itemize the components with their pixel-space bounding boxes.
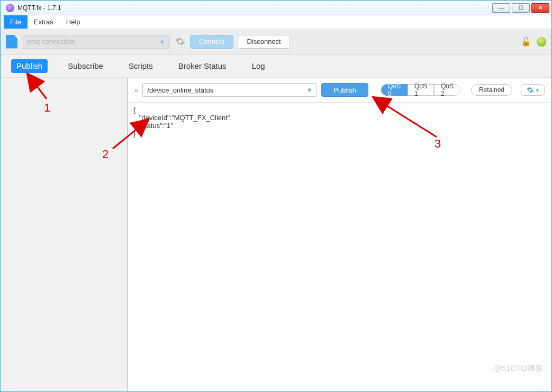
payload-textarea[interactable]: { "deviceId":"MQTT_FX_Client", "status":… (128, 102, 551, 391)
publish-toolbar: « /device_online_status ▼ Publish QoS 0 … (128, 78, 551, 102)
annotation-2: 2 (102, 148, 108, 161)
chevron-down-icon: ▾ (536, 87, 539, 93)
disconnect-button[interactable]: Disconnect (238, 35, 289, 49)
right-pane: « /device_online_status ▼ Publish QoS 0 … (128, 78, 551, 391)
publish-settings-button[interactable]: ▾ (521, 84, 545, 96)
menu-file[interactable]: File (4, 15, 28, 29)
topic-input[interactable]: /device_online_status ▼ (142, 83, 317, 97)
tab-broker-status[interactable]: Broker Status (173, 59, 232, 73)
titlebar: MQTT.fx - 1.7.1 — ☐ ✕ (1, 1, 551, 15)
qos-group: QoS 0 QoS 1 QoS 2 (381, 84, 460, 96)
profile-file-icon (6, 35, 17, 49)
collapse-left-icon[interactable]: « (134, 86, 138, 94)
menu-help[interactable]: Help (60, 15, 87, 29)
tab-log[interactable]: Log (247, 59, 270, 73)
qos-0-button[interactable]: QoS 0 (381, 84, 408, 96)
connection-toolbar: emq connection ▼ Connect Disconnect 🔓 (1, 29, 551, 54)
window-title: MQTT.fx - 1.7.1 (17, 4, 61, 12)
close-button[interactable]: ✕ (531, 3, 549, 13)
window-controls: — ☐ ✕ (491, 3, 549, 13)
connection-profile-select[interactable]: emq connection ▼ (22, 35, 170, 49)
chevron-down-icon: ▼ (159, 39, 165, 45)
tab-publish[interactable]: Publish (11, 59, 48, 73)
menubar: File Extras Help (1, 15, 551, 29)
publish-button[interactable]: Publish (321, 83, 368, 97)
connect-button[interactable]: Connect (190, 35, 233, 49)
app-icon (6, 4, 14, 12)
unlock-icon: 🔓 (521, 37, 531, 47)
watermark: @51CTO博客 (494, 363, 543, 373)
menu-extras[interactable]: Extras (28, 15, 60, 29)
gear-icon[interactable] (174, 36, 186, 48)
qos-1-button[interactable]: QoS 1 (408, 84, 434, 96)
annotation-1: 1 (44, 101, 50, 115)
retained-toggle[interactable]: Retained (471, 84, 512, 96)
chevron-down-icon: ▼ (306, 87, 312, 93)
tab-subscribe[interactable]: Subscribe (62, 59, 108, 73)
minimize-button[interactable]: — (492, 3, 510, 13)
connection-status-indicator (537, 37, 546, 47)
gear-small-icon (527, 86, 534, 94)
tab-scripts[interactable]: Scripts (123, 59, 158, 73)
content-area: « /device_online_status ▼ Publish QoS 0 … (1, 78, 551, 391)
topic-value: /device_online_status (147, 86, 213, 94)
annotation-3: 3 (435, 137, 441, 151)
qos-2-button[interactable]: QoS 2 (434, 84, 460, 96)
app-window: MQTT.fx - 1.7.1 — ☐ ✕ File Extras Help e… (0, 0, 552, 392)
tabs-bar: Publish Subscribe Scripts Broker Status … (1, 54, 551, 78)
maximize-button[interactable]: ☐ (512, 3, 530, 13)
left-pane (1, 78, 128, 391)
connection-profile-placeholder: emq connection (26, 38, 75, 45)
